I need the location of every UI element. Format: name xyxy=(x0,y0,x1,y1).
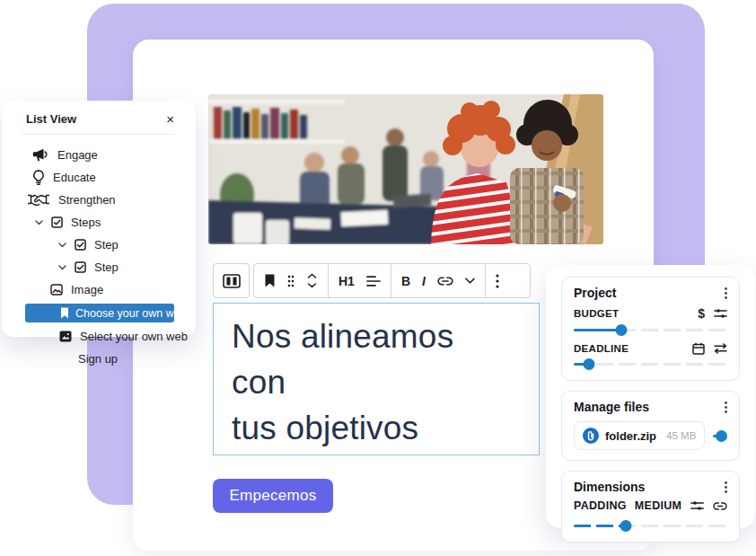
kebab-icon[interactable] xyxy=(725,287,727,299)
list-view-title: List View xyxy=(26,112,76,126)
checkbox-icon xyxy=(75,239,86,251)
italic-button[interactable]: I xyxy=(422,274,426,288)
inspector-panel: Project BUDGET $ DEADLINE xyxy=(546,265,755,528)
file-progress-slider[interactable] xyxy=(713,430,727,442)
heading-text[interactable]: Nos alineamos con tus objetivos xyxy=(214,304,539,451)
dimensions-card: Dimensions PADDING MEDIUM xyxy=(561,471,740,543)
toolbar-group-format: B I xyxy=(391,264,486,297)
list-item-label: Select your own web xyxy=(80,330,188,343)
list-item-image[interactable]: Image xyxy=(2,280,196,299)
toolbar-group-heading: H1 xyxy=(329,264,391,297)
image-icon xyxy=(50,284,63,296)
list-item-label: Choose your own websi... xyxy=(75,307,204,320)
kebab-icon[interactable] xyxy=(725,481,727,493)
list-item-selected[interactable]: Choose your own websi... xyxy=(25,304,174,322)
project-card: Project BUDGET $ DEADLINE xyxy=(561,277,740,381)
list-item-steps[interactable]: Steps xyxy=(2,213,196,232)
heading-block[interactable]: Nos alineamos con tus objetivos xyxy=(213,303,540,455)
calendar-icon[interactable] xyxy=(692,342,705,355)
toolbar-group-block xyxy=(254,264,329,297)
cta-button[interactable]: Empecemos xyxy=(213,479,333,513)
chevron-down-icon[interactable] xyxy=(465,278,475,284)
file-item[interactable]: folder.zip 45 MB xyxy=(574,421,705,450)
align-text-icon[interactable] xyxy=(366,276,381,287)
options-icon[interactable] xyxy=(496,274,499,288)
deadline-label: DEADLINE xyxy=(574,343,683,354)
list-item-sign-up[interactable]: Sign up xyxy=(2,349,196,368)
list-item-strengthen[interactable]: Strengthen xyxy=(2,190,196,209)
project-card-title: Project xyxy=(574,286,616,300)
list-item-step-2[interactable]: Step xyxy=(2,258,196,277)
heading-level-button[interactable]: H1 xyxy=(338,274,355,288)
lightbulb-icon xyxy=(32,170,45,185)
list-item-select-web[interactable]: Select your own web xyxy=(2,327,196,346)
page: H1 B I Nos alineamos con tus objetivos E… xyxy=(0,0,756,556)
padding-value: MEDIUM xyxy=(635,499,682,512)
file-size: 45 MB xyxy=(666,430,696,441)
megaphone-icon xyxy=(32,148,49,162)
list-item-label: Strengthen xyxy=(58,193,116,207)
deadline-slider-thumb[interactable] xyxy=(584,358,595,370)
list-item-label: Step xyxy=(94,238,119,252)
kebab-icon[interactable] xyxy=(725,402,727,413)
chevron-down-icon[interactable] xyxy=(58,243,66,248)
padding-slider[interactable] xyxy=(574,520,727,532)
manage-files-card: Manage files folder.zip 45 MB xyxy=(561,391,740,461)
list-item-label: Steps xyxy=(71,216,101,229)
manage-files-title: Manage files xyxy=(574,400,649,414)
padding-label: PADDING xyxy=(574,499,627,512)
list-view-panel: List View × Engage Educate Str xyxy=(2,101,196,337)
hero-image xyxy=(208,94,603,244)
toolbar-main: H1 B I xyxy=(253,263,531,298)
list-item-engage[interactable]: Engage xyxy=(2,146,196,164)
toolbar-block-type xyxy=(213,263,250,298)
drag-handle-icon[interactable] xyxy=(287,275,294,287)
move-up-down-icon[interactable] xyxy=(306,273,318,288)
deadline-slider[interactable] xyxy=(574,358,727,370)
budget-slider[interactable] xyxy=(574,324,727,336)
list-item-label: Engage xyxy=(57,148,98,162)
paperclip-icon xyxy=(583,428,599,444)
columns-icon[interactable] xyxy=(223,274,241,288)
list-item-label: Sign up xyxy=(78,352,118,366)
link-icon[interactable] xyxy=(437,277,453,286)
budget-slider-thumb[interactable] xyxy=(616,324,628,336)
checkbox-icon xyxy=(75,261,86,273)
chevron-down-icon[interactable] xyxy=(35,220,43,225)
tune-icon[interactable] xyxy=(690,500,704,511)
dollar-icon[interactable]: $ xyxy=(698,306,705,321)
file-slider-thumb[interactable] xyxy=(716,430,727,442)
close-icon[interactable]: × xyxy=(166,112,174,126)
list-item-label: Image xyxy=(71,283,103,296)
list-item-label: Step xyxy=(94,260,119,274)
toolbar-group-options xyxy=(486,264,509,297)
link-icon[interactable] xyxy=(713,502,727,510)
bold-button[interactable]: B xyxy=(401,274,410,288)
chevron-down-icon[interactable] xyxy=(58,265,66,270)
bookmark-icon[interactable] xyxy=(264,274,276,287)
tune-icon[interactable] xyxy=(714,308,727,319)
swap-icon[interactable] xyxy=(714,343,727,354)
image-filled-icon xyxy=(59,331,72,342)
budget-label: BUDGET xyxy=(574,308,689,319)
list-item-step-1[interactable]: Step xyxy=(2,235,196,254)
list-item-educate[interactable]: Educate xyxy=(2,168,196,187)
list-item-label: Educate xyxy=(53,171,96,184)
padding-slider-thumb[interactable] xyxy=(620,520,632,532)
handshake-icon xyxy=(27,193,50,207)
checkbox-icon xyxy=(51,216,63,228)
file-name: folder.zip xyxy=(605,429,656,443)
dimensions-title: Dimensions xyxy=(574,480,645,494)
bookmark-icon xyxy=(60,307,69,319)
